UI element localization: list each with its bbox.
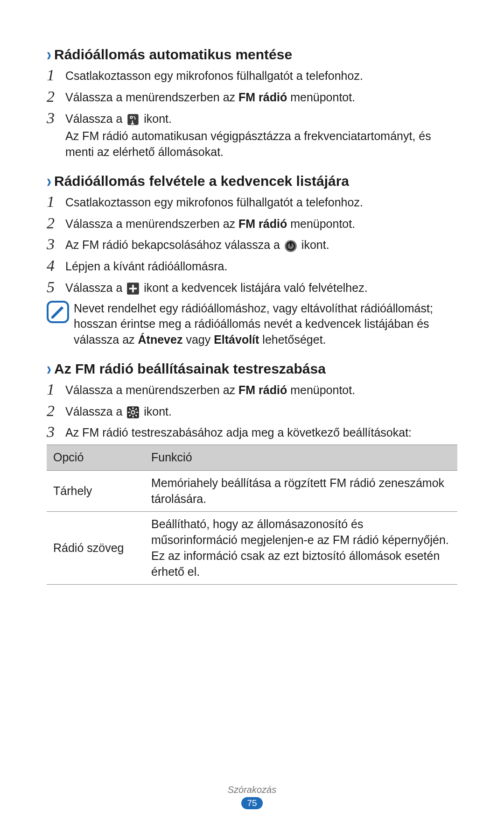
step-number: 5	[47, 278, 65, 296]
power-icon	[284, 240, 297, 253]
step-number: 4	[47, 257, 65, 275]
step-text: ikont.	[140, 112, 172, 125]
section-heading: › Az FM rádió beállításainak testreszabá…	[47, 361, 457, 377]
step: 4 Lépjen a kívánt rádióállomásra.	[47, 257, 457, 275]
step-number: 3	[47, 109, 65, 160]
chevron-icon: ›	[47, 359, 51, 379]
page-footer: Szórakozás 75	[0, 785, 504, 809]
header-function: Funkció	[145, 445, 457, 471]
step: 1 Csatlakoztasson egy mikrofonos fülhall…	[47, 193, 457, 211]
note-bold: Átnevez	[138, 333, 183, 346]
step-text: Válassza a menürendszerben az	[65, 91, 238, 104]
step-text: Az FM rádió bekapcsolásához válassza a	[65, 238, 283, 251]
step-number: 3	[47, 235, 65, 253]
step-body: Válassza a menürendszerben az FM rádió m…	[65, 88, 457, 106]
step: 5 Válassza a ikont a kedvencek listájára…	[47, 278, 457, 296]
step-number: 3	[47, 423, 65, 441]
step-number: 2	[47, 214, 65, 232]
step-subtext: Az FM rádió automatikusan végigpásztázza…	[65, 128, 457, 160]
step-text: menüpontot.	[287, 217, 355, 230]
step-body: Válassza a menürendszerben az FM rádió m…	[65, 381, 457, 398]
step-text: ikont.	[140, 405, 172, 418]
plus-icon	[126, 282, 140, 295]
step-body: Csatlakoztasson egy mikrofonos fülhallga…	[65, 193, 457, 211]
step-bold: FM rádió	[238, 383, 287, 396]
step-text: menüpontot.	[287, 383, 355, 396]
note-box: Nevet rendelhet egy rádióállomáshoz, vag…	[47, 301, 457, 348]
step-bold: FM rádió	[238, 217, 287, 230]
table-row: Tárhely Memóriahely beállítása a rögzíte…	[47, 470, 457, 512]
note-mid: vagy	[182, 333, 214, 346]
step-text: Válassza a menürendszerben az	[65, 217, 238, 230]
step-bold: FM rádió	[238, 91, 287, 104]
step: 1 Csatlakoztasson egy mikrofonos fülhall…	[47, 66, 457, 84]
step-body: Csatlakoztasson egy mikrofonos fülhallga…	[65, 66, 457, 84]
options-table: Opció Funkció Tárhely Memóriahely beállí…	[47, 445, 457, 585]
step-body: Válassza a ikont a kedvencek listájára v…	[65, 278, 457, 296]
heading-text: Rádióállomás felvétele a kedvencek listá…	[54, 173, 349, 189]
step-text: Csatlakoztasson egy mikrofonos fülhallga…	[65, 69, 363, 82]
step-text: Válassza a	[65, 281, 126, 294]
note-text: Nevet rendelhet egy rádióállomáshoz, vag…	[74, 301, 457, 348]
step-text: Lépjen a kívánt rádióállomásra.	[65, 260, 227, 273]
step: 3 Az FM rádió bekapcsolásához válassza a…	[47, 235, 457, 253]
step-number: 1	[47, 66, 65, 84]
step-body: Válassza a menürendszerben az FM rádió m…	[65, 214, 457, 232]
step: 2 Válassza a ikont.	[47, 402, 457, 420]
note-post: lehetőséget.	[259, 333, 326, 346]
cell-function: Beállítható, hogy az állomásazonosító és…	[145, 512, 457, 585]
chevron-icon: ›	[47, 44, 51, 65]
step: 2 Válassza a menürendszerben az FM rádió…	[47, 88, 457, 106]
step-number: 1	[47, 193, 65, 211]
step-body: Válassza a ikont.Az FM rádió automatikus…	[65, 109, 457, 160]
section-heading: › Rádióállomás automatikus mentése	[47, 47, 457, 63]
table-header-row: Opció Funkció	[47, 445, 457, 471]
page-number: 75	[241, 797, 262, 809]
heading-text: Az FM rádió beállításainak testreszabása	[54, 361, 326, 377]
note-icon	[47, 301, 69, 323]
heading-text: Rádióállomás automatikus mentése	[54, 47, 292, 63]
section-heading: › Rádióállomás felvétele a kedvencek lis…	[47, 173, 457, 189]
step: 3 Az FM rádió testreszabásához adja meg …	[47, 423, 457, 441]
step: 1 Válassza a menürendszerben az FM rádió…	[47, 381, 457, 398]
cell-option: Tárhely	[47, 470, 145, 512]
step-body: Az FM rádió testreszabásához adja meg a …	[65, 423, 457, 441]
step-text: menüpontot.	[287, 91, 355, 104]
step-number: 2	[47, 402, 65, 420]
step: 2 Válassza a menürendszerben az FM rádió…	[47, 214, 457, 232]
note-bold: Eltávolít	[214, 333, 259, 346]
step: 3 Válassza a ikont.Az FM rádió automatik…	[47, 109, 457, 160]
step-text: ikont.	[298, 238, 329, 251]
step-body: Válassza a ikont.	[65, 402, 457, 420]
settings-icon	[126, 406, 140, 419]
cell-function: Memóriahely beállítása a rögzített FM rá…	[145, 470, 457, 512]
step-number: 2	[47, 88, 65, 106]
step-text: ikont a kedvencek listájára való felvéte…	[140, 281, 367, 294]
table-row: Rádió szöveg Beállítható, hogy az állomá…	[47, 512, 457, 585]
step-text: Válassza a	[65, 112, 126, 125]
chevron-icon: ›	[47, 171, 51, 191]
scan-icon	[126, 113, 140, 126]
step-body: Az FM rádió bekapcsolásához válassza a i…	[65, 235, 457, 253]
header-option: Opció	[47, 445, 145, 471]
cell-option: Rádió szöveg	[47, 512, 145, 585]
step-text: Válassza a menürendszerben az	[65, 383, 238, 396]
step-body: Lépjen a kívánt rádióállomásra.	[65, 257, 457, 275]
step-text: Csatlakoztasson egy mikrofonos fülhallga…	[65, 196, 363, 209]
step-text: Az FM rádió testreszabásához adja meg a …	[65, 426, 412, 439]
footer-section: Szórakozás	[0, 785, 504, 795]
step-text: Válassza a	[65, 405, 126, 418]
step-number: 1	[47, 381, 65, 398]
